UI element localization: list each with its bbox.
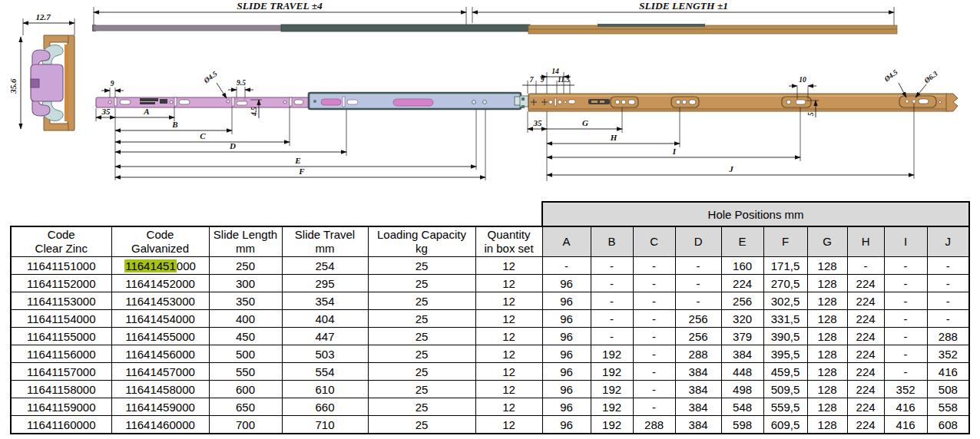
cell-hole-C: - — [633, 292, 675, 310]
cell-hole-J: 508 — [927, 381, 969, 398]
cell-hole-J: 608 — [927, 416, 969, 434]
cell-loading-capacity: 25 — [368, 363, 475, 381]
cell-hole-B: - — [591, 275, 633, 292]
cell-hole-I: 352 — [884, 381, 927, 398]
col-header-code-galvanized: CodeGalvanized — [111, 226, 209, 257]
table-row: 1164115400011641454000400404251296--2563… — [11, 310, 969, 328]
cell-hole-A: 96 — [542, 328, 591, 345]
cell-loading-capacity: 25 — [368, 292, 475, 310]
dim-E: E — [294, 156, 300, 165]
cell-hole-B: 192 — [591, 416, 633, 434]
cell-loading-capacity: 25 — [368, 275, 475, 292]
cell-hole-G: 128 — [807, 416, 847, 434]
dim-11-5: 11.5 — [558, 76, 570, 84]
cell-hole-D: - — [675, 292, 721, 310]
cell-hole-J: - — [927, 275, 969, 292]
dim-B: B — [171, 120, 177, 129]
cell-hole-B: 192 — [591, 398, 633, 416]
cell-hole-I: - — [884, 363, 927, 381]
cell-hole-H: 224 — [847, 292, 884, 310]
band-spacer — [11, 202, 542, 226]
cell-hole-D: 256 — [675, 328, 721, 345]
cell-hole-C: - — [633, 398, 675, 416]
cell-hole-F: 390,5 — [763, 328, 807, 345]
cell-hole-B: - — [591, 328, 633, 345]
cell-loading-capacity: 25 — [368, 381, 475, 398]
cell-slide-travel: 354 — [282, 292, 368, 310]
cell-hole-A: 96 — [542, 310, 591, 328]
cell-hole-F: 302,5 — [763, 292, 807, 310]
dim-5: 5 — [807, 112, 815, 116]
cell-code-galvanized: 11641458000 — [111, 381, 209, 398]
table-header-row: CodeClear Zinc CodeGalvanized Slide Leng… — [11, 226, 969, 257]
cell-loading-capacity: 25 — [368, 310, 475, 328]
cell-slide-length: 350 — [209, 292, 282, 310]
cell-hole-B: 192 — [591, 363, 633, 381]
col-header-I: I — [884, 226, 927, 257]
cell-slide-travel: 295 — [282, 275, 368, 292]
cell-hole-E: 384 — [721, 345, 763, 363]
dim-hole-dia-small: Ø4.5 — [882, 68, 899, 84]
cell-hole-H: 224 — [847, 416, 884, 434]
cell-hole-G: 128 — [807, 257, 847, 275]
dim-vertical-offset: 4.5 — [250, 107, 258, 117]
dim-I: I — [672, 147, 677, 156]
cell-code-clear-zinc: 11641160000 — [11, 416, 111, 434]
cell-hole-E: 598 — [721, 416, 763, 434]
cell-hole-E: 160 — [721, 257, 763, 275]
table-row: 1164115700011641457000550554251296192-38… — [11, 363, 969, 381]
cell-hole-H: 224 — [847, 328, 884, 345]
cell-hole-I: - — [884, 292, 927, 310]
cell-code-galvanized: 11641455000 — [111, 328, 209, 345]
dim-7: 7 — [530, 76, 535, 84]
dim-J: J — [728, 164, 733, 173]
cell-hole-J: - — [927, 257, 969, 275]
cell-hole-A: 96 — [542, 345, 591, 363]
cell-loading-capacity: 25 — [368, 416, 475, 434]
cell-hole-G: 128 — [807, 328, 847, 345]
cell-code-clear-zinc: 11641153000 — [11, 292, 111, 310]
cell-slide-length: 250 — [209, 257, 282, 275]
cell-quantity: 12 — [475, 398, 542, 416]
cell-hole-G: 128 — [807, 345, 847, 363]
technical-drawing: 12.7 35.6 SLIDE TRAVEL ±4 SLIDE LENGTH ±… — [0, 0, 980, 201]
cell-hole-D: - — [675, 257, 721, 275]
spec-table: Hole Positions mm CodeClear Zinc CodeGal… — [10, 201, 970, 434]
cell-hole-I: - — [884, 345, 927, 363]
cell-code-clear-zinc: 11641159000 — [11, 398, 111, 416]
dim-C: C — [200, 131, 206, 140]
slide-travel-label: SLIDE TRAVEL ±4 — [237, 0, 323, 12]
cell-hole-H: 224 — [847, 345, 884, 363]
cell-loading-capacity: 25 — [368, 328, 475, 345]
cell-hole-H: - — [847, 257, 884, 275]
cell-hole-I: - — [884, 257, 927, 275]
table-row: 1164115300011641453000350354251296---256… — [11, 292, 969, 310]
cell-hole-F: 270,5 — [763, 275, 807, 292]
cell-slide-travel: 254 — [282, 257, 368, 275]
dim-14: 14 — [551, 68, 559, 75]
cell-loading-capacity: 25 — [368, 257, 475, 275]
side-view-inner-member: 9 Ø4.5 9.5 4.5 35 A B C D E F — [96, 70, 521, 180]
cell-slide-travel: 610 — [282, 381, 368, 398]
cell-hole-I: 416 — [884, 416, 927, 434]
col-header-code-clear-zinc: CodeClear Zinc — [11, 226, 111, 257]
cell-hole-B: - — [591, 310, 633, 328]
cell-hole-F: 559,5 — [763, 398, 807, 416]
cell-hole-E: 224 — [721, 275, 763, 292]
cell-hole-B: - — [591, 292, 633, 310]
cell-hole-E: 448 — [721, 363, 763, 381]
cell-hole-G: 128 — [807, 363, 847, 381]
dim-rear-offset: 35 — [533, 118, 543, 127]
table-row: 1164115500011641455000450447251296--2563… — [11, 328, 969, 345]
col-header-D: D — [675, 226, 721, 257]
cell-slide-travel: 447 — [282, 328, 368, 345]
cell-code-galvanized: 11641456000 — [111, 345, 209, 363]
cell-hole-H: 224 — [847, 363, 884, 381]
cell-loading-capacity: 25 — [368, 398, 475, 416]
cell-hole-C: 288 — [633, 416, 675, 434]
dim-cross-width: 12.7 — [35, 12, 51, 21]
table-body: 11641151000116414510002502542512----1601… — [11, 257, 969, 434]
dim-slot-spacing: 9.5 — [237, 79, 246, 87]
cell-hole-G: 128 — [807, 310, 847, 328]
top-view-extended-slide: SLIDE TRAVEL ±4 SLIDE LENGTH ±1 — [92, 0, 897, 34]
